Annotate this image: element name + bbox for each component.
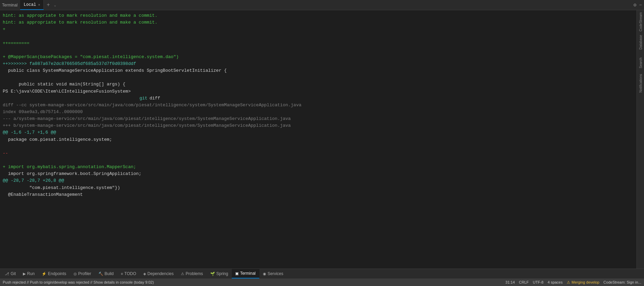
main-area: hint: as appropriate to mark resolution … — [0, 10, 644, 269]
terminal-line — [3, 33, 634, 40]
terminal-line: public static void main(String[] args) { — [3, 81, 634, 88]
terminal-line: @@ -28,7 -28,7 +26,8 @@ — [3, 177, 634, 184]
todo-icon: ≡ — [121, 272, 123, 276]
status-push-message[interactable]: Push rejected // Push to origin/develop … — [3, 280, 154, 284]
spring-tab[interactable]: 🌱 Spring — [207, 269, 232, 278]
tab-chevron-icon[interactable]: ⌄ — [53, 3, 57, 7]
terminal-tab[interactable]: ▣ Terminal — [232, 269, 259, 278]
terminal-line — [3, 143, 634, 150]
terminal-line — [3, 47, 634, 54]
database-label: Database — [639, 35, 642, 50]
problems-tab-label: Problems — [186, 271, 203, 276]
terminal-line: "com.piesat.intelligence.system"}) — [3, 185, 634, 191]
git-icon: ⎇ — [5, 272, 9, 276]
profiler-tab-label: Profiler — [78, 271, 91, 276]
profiler-icon: ◎ — [73, 272, 77, 276]
status-line-ending[interactable]: CRLF — [519, 280, 529, 284]
terminal-line: + @MapperScan(basePackages = "com.piesat… — [3, 54, 634, 60]
dependencies-icon: ◈ — [143, 272, 146, 276]
database-sidebar-item[interactable]: Database — [637, 32, 644, 53]
git-tab-label: Git — [11, 271, 16, 276]
run-tab-label: Run — [27, 271, 35, 276]
terminal-line: @EnableTransactionManagement — [3, 191, 634, 198]
terminal-label: Terminal — [2, 3, 17, 8]
profiler-tab[interactable]: ◎ Profiler — [70, 269, 95, 278]
services-tab-label: Services — [268, 271, 283, 276]
notifications-label: Notifications — [639, 74, 642, 93]
status-merging[interactable]: ⚠ Merging develop — [567, 280, 599, 285]
terminal-line: ++>>>>>>> fa087a67e2dc8766505df685a537d7… — [3, 60, 634, 67]
minimize-icon[interactable]: − — [639, 2, 642, 8]
terminal-line: diff --cc system-manage-service/src/main… — [3, 102, 634, 109]
right-sidebar: CodeStream Database Search Notifications — [636, 10, 644, 269]
dependencies-tab[interactable]: ◈ Dependencies — [140, 269, 177, 278]
search-sidebar-item[interactable]: Search — [637, 53, 644, 73]
todo-tab[interactable]: ≡ TODO — [117, 269, 140, 278]
run-tab[interactable]: ▶ Run — [19, 269, 38, 278]
terminal-line: index 09ae9a3,db75714..0000000 — [3, 109, 634, 115]
terminal-line — [3, 157, 634, 164]
status-bar: Push rejected // Push to origin/develop … — [0, 278, 644, 286]
new-tab-button[interactable]: + — [44, 2, 53, 8]
terminal-line: @@ -1,6 -1,7 +1,6 @@ — [3, 129, 634, 136]
services-icon: ◉ — [263, 272, 266, 276]
terminal-line: -- — [3, 150, 634, 157]
terminal-line: public class SystemManageServiceApplicat… — [3, 67, 634, 74]
status-right: 31:14 CRLF UTF-8 4 spaces ⚠ Merging deve… — [506, 280, 641, 285]
terminal-line: ++======== — [3, 40, 634, 47]
terminal-line: import org.springframework.boot.SpringAp… — [3, 171, 634, 177]
warning-icon: ⚠ — [567, 280, 570, 285]
status-encoding[interactable]: UTF-8 — [533, 280, 544, 284]
spring-icon: 🌱 — [210, 272, 215, 276]
build-tab-label: Build — [105, 271, 114, 276]
dependencies-tab-label: Dependencies — [147, 271, 174, 276]
build-icon: 🔨 — [98, 272, 103, 276]
terminal-line: +++ b/system-manage-service/src/main/jav… — [3, 122, 634, 129]
terminal-line: hint: as appropriate to mark resolution … — [3, 19, 634, 26]
terminal-prompt-line: PS E:\java\CODE\Item\LCIntelligenceFusio… — [3, 88, 634, 95]
terminal-line: + — [3, 26, 634, 33]
endpoints-icon: ⚡ — [42, 272, 46, 276]
terminal-line — [3, 74, 634, 81]
status-codestream[interactable]: CodeStream: Sign in... — [603, 280, 641, 284]
search-label: Search — [639, 57, 642, 68]
git-tab[interactable]: ⎇ Git — [1, 269, 19, 278]
endpoints-tab-label: Endpoints — [48, 271, 66, 276]
terminal-line: package com.piesat.intelligence.system; — [3, 136, 634, 143]
terminal-line: gitdiff — [3, 95, 634, 102]
spring-tab-label: Spring — [216, 271, 228, 276]
codestream-sidebar-item[interactable]: CodeStream — [637, 12, 644, 32]
codestream-label: CodeStream — [639, 12, 642, 31]
status-indent[interactable]: 4 spaces — [548, 280, 563, 284]
local-tab-label: Local — [24, 2, 36, 7]
run-icon: ▶ — [23, 272, 26, 276]
status-left: Push rejected // Push to origin/develop … — [3, 280, 154, 284]
terminal-tab-bar: Terminal Local ✕ + ⌄ ⚙ − — [0, 0, 644, 10]
terminal-tab-icon: ▣ — [235, 271, 239, 276]
build-tab[interactable]: 🔨 Build — [95, 269, 118, 278]
terminal-tab-label: Terminal — [240, 271, 255, 276]
terminal-line: + import org.mybatis.spring.annotation.M… — [3, 164, 634, 171]
services-tab[interactable]: ◉ Services — [259, 269, 287, 278]
problems-tab[interactable]: ⚠ Problems — [177, 269, 207, 278]
terminal-line: hint: as appropriate to mark resolution … — [3, 12, 634, 19]
terminal-line: --- a/system-manage-service/src/main/jav… — [3, 115, 634, 122]
tab-bar-right: ⚙ − — [633, 2, 642, 8]
local-tab[interactable]: Local ✕ — [20, 0, 44, 10]
notifications-sidebar-item[interactable]: Notifications — [637, 73, 644, 94]
bottom-tab-bar: ⎇ Git ▶ Run ⚡ Endpoints ◎ Profiler 🔨 Bui… — [0, 269, 644, 278]
endpoints-tab[interactable]: ⚡ Endpoints — [38, 269, 70, 278]
problems-icon: ⚠ — [181, 272, 184, 276]
status-position[interactable]: 31:14 — [506, 280, 515, 284]
settings-icon[interactable]: ⚙ — [633, 2, 636, 8]
terminal-panel[interactable]: hint: as appropriate to mark resolution … — [0, 10, 636, 269]
status-merging-label: Merging develop — [572, 280, 599, 284]
terminal-content: hint: as appropriate to mark resolution … — [0, 12, 636, 199]
tab-close-icon[interactable]: ✕ — [38, 3, 40, 7]
todo-tab-label: TODO — [124, 271, 136, 276]
